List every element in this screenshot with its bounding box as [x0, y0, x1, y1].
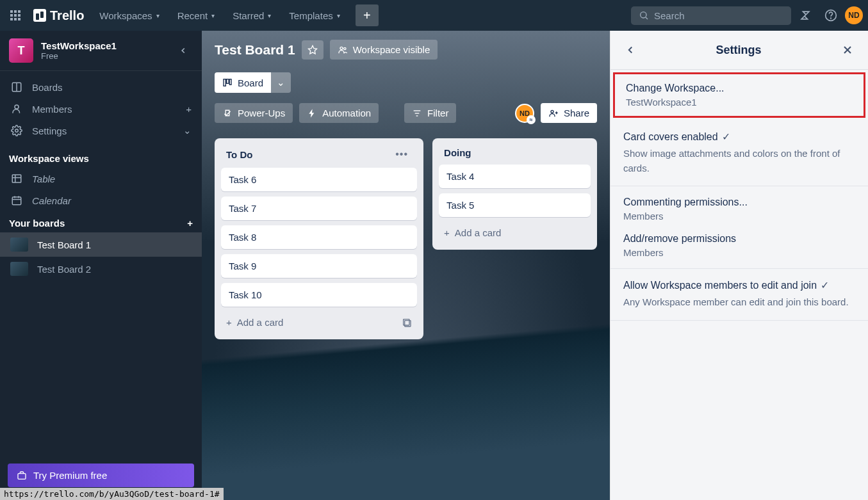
list-title[interactable]: Doing — [444, 147, 585, 158]
add-card-button[interactable]: + Add a card — [221, 312, 417, 333]
collapse-sidebar-button[interactable] — [174, 44, 193, 58]
sidebar-board-test-board-2[interactable]: Test Board 2 — [0, 257, 202, 281]
members-icon — [10, 103, 23, 115]
add-member-button[interactable]: + — [186, 104, 192, 115]
card-covers-row[interactable]: Card covers enabled ✓ Show image attachm… — [610, 120, 868, 186]
nav-recent[interactable]: Recent ▾ — [170, 6, 223, 25]
card[interactable]: Task 5 — [439, 193, 591, 217]
search-icon — [639, 10, 649, 20]
svg-rect-0 — [10, 10, 13, 13]
rocket-icon — [222, 108, 233, 118]
change-workspace-row[interactable]: Change Workspace... TestWorkspace1 — [613, 72, 865, 118]
svg-rect-29 — [227, 79, 229, 84]
svg-rect-28 — [224, 79, 225, 86]
list-title[interactable]: To Do — [226, 149, 391, 160]
workspace-header: T TestWorkspace1 Free — [0, 31, 202, 71]
svg-rect-17 — [12, 175, 21, 182]
create-button[interactable]: + — [356, 4, 379, 26]
svg-rect-2 — [18, 10, 20, 13]
calendar-icon — [10, 195, 23, 206]
svg-rect-24 — [18, 473, 26, 479]
nav-templates[interactable]: Templates ▾ — [281, 6, 347, 25]
nav-starred[interactable]: Starred ▾ — [225, 6, 279, 25]
sidebar-item-boards[interactable]: Boards — [0, 76, 202, 98]
powerups-button[interactable]: Power-Ups — [215, 103, 293, 123]
template-icon[interactable] — [402, 318, 412, 328]
card[interactable]: Task 4 — [439, 165, 591, 188]
card[interactable]: Task 10 — [221, 283, 417, 307]
help-icon[interactable] — [819, 4, 842, 27]
account-avatar[interactable]: ND — [845, 6, 863, 24]
workspace-badge: T — [9, 38, 33, 63]
sidebar-board-test-board-1[interactable]: Test Board 1 — [0, 232, 202, 257]
svg-point-26 — [340, 47, 343, 49]
trello-icon — [33, 9, 46, 22]
nav-workspaces[interactable]: Workspaces ▾ — [92, 6, 167, 25]
apps-icon[interactable] — [5, 5, 26, 26]
briefcase-icon — [17, 471, 27, 481]
chevron-down-icon: ▾ — [156, 12, 160, 19]
search-box[interactable] — [631, 6, 791, 25]
sidebar-item-members[interactable]: Members + — [0, 98, 202, 120]
svg-rect-3 — [10, 14, 13, 17]
search-input[interactable] — [654, 10, 783, 21]
svg-rect-6 — [10, 18, 13, 20]
automation-button[interactable]: Automation — [299, 103, 379, 123]
back-button[interactable] — [622, 42, 639, 58]
list-menu-button[interactable]: ••• — [391, 147, 412, 161]
svg-point-34 — [551, 110, 553, 113]
sidebar-item-settings[interactable]: Settings ⌄ — [0, 120, 202, 141]
svg-point-12 — [831, 18, 831, 19]
add-board-button[interactable]: + — [187, 218, 193, 229]
workspace-name: TestWorkspace1 — [41, 40, 166, 51]
sidebar-item-calendar[interactable]: Calendar — [0, 190, 202, 211]
allow-edit-row[interactable]: Allow Workspace members to edit and join… — [610, 269, 868, 321]
card[interactable]: Task 9 — [221, 254, 417, 278]
sidebar-item-table[interactable]: Table — [0, 168, 202, 190]
share-button[interactable]: Share — [541, 103, 597, 123]
board-title[interactable]: Test Board 1 — [215, 42, 295, 58]
svg-line-10 — [646, 17, 648, 19]
star-board-button[interactable] — [302, 40, 323, 60]
card[interactable]: Task 6 — [221, 168, 417, 191]
lists-container: To Do ••• Task 6 Task 7 Task 8 Task 9 Ta… — [202, 132, 610, 346]
svg-point-9 — [641, 12, 646, 18]
filter-button[interactable]: Filter — [404, 103, 456, 123]
card[interactable]: Task 7 — [221, 197, 417, 220]
sidebar: T TestWorkspace1 Free Boards Members + — [0, 31, 202, 500]
view-board-button[interactable]: Board — [215, 72, 271, 93]
svg-rect-30 — [229, 79, 231, 85]
your-boards-heading: Your boards + — [0, 211, 202, 232]
board-member-avatar[interactable]: ND — [515, 104, 534, 123]
trello-logo[interactable]: Trello — [28, 8, 89, 23]
workspace-views-heading: Workspace views — [0, 147, 202, 168]
filter-icon — [412, 108, 422, 118]
visibility-button[interactable]: Workspace visible — [330, 40, 438, 60]
top-navigation: Trello Workspaces ▾ Recent ▾ Starred ▾ T… — [0, 0, 868, 31]
view-dropdown-button[interactable]: ⌄ — [271, 72, 291, 93]
commenting-permissions-row[interactable]: Commenting permissions... Members — [623, 197, 855, 222]
logo-text: Trello — [50, 8, 84, 23]
notifications-icon[interactable] — [794, 4, 817, 27]
card[interactable]: Task 8 — [221, 225, 417, 249]
bolt-icon — [307, 108, 317, 118]
chevron-down-icon: ▾ — [268, 12, 271, 19]
svg-rect-20 — [12, 197, 21, 205]
settings-header: Settings — [610, 31, 868, 70]
svg-rect-5 — [18, 14, 20, 17]
svg-rect-7 — [14, 18, 17, 20]
permissions-section: Commenting permissions... Members Add/re… — [610, 186, 868, 269]
table-icon — [10, 173, 23, 184]
close-button[interactable] — [839, 41, 856, 59]
add-card-button[interactable]: + Add a card — [439, 222, 591, 243]
boards-icon — [10, 81, 23, 93]
status-bar: https://trello.com/b/yAu3QGoD/test-board… — [0, 488, 224, 500]
addremove-permissions-row[interactable]: Add/remove permissions Members — [623, 233, 855, 258]
svg-rect-4 — [14, 14, 17, 17]
board-header: Test Board 1 Workspace visible Board ⌄ — [202, 31, 610, 132]
svg-point-27 — [343, 47, 345, 49]
settings-panel: Settings Change Workspace... TestWorkspa… — [610, 31, 868, 500]
board-thumbnail — [10, 262, 28, 276]
list-to-do: To Do ••• Task 6 Task 7 Task 8 Task 9 Ta… — [215, 138, 423, 339]
try-premium-button[interactable]: Try Premium free — [8, 464, 194, 487]
